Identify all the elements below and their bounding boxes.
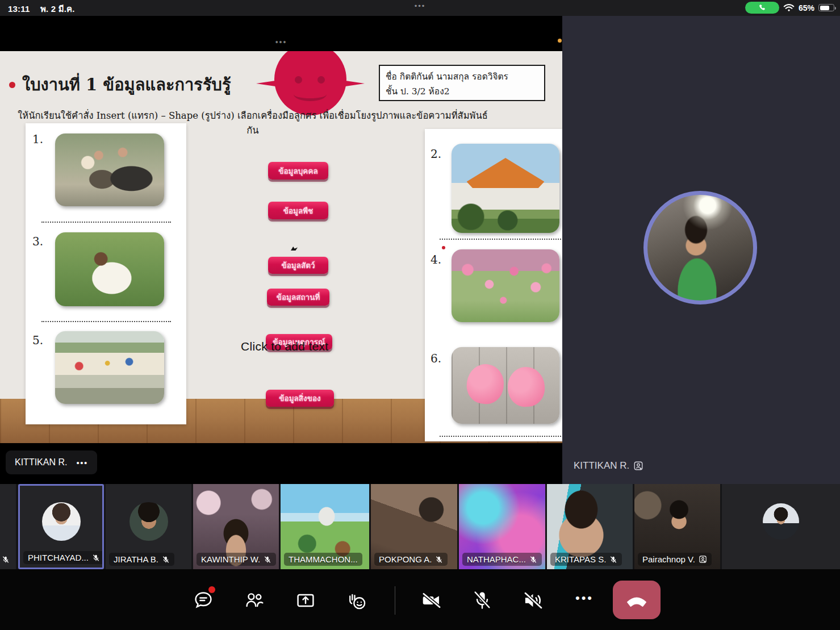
participant-tile[interactable]: KRITAPAS S. [547, 484, 633, 569]
participant-tile[interactable]: POKPONG A. [371, 484, 457, 569]
presenter-name: KITTIKAN R. [15, 457, 67, 468]
label-button-animal: ข้อมูลสัตว์ [268, 257, 328, 274]
participant-name: PHITCHAYAD... [28, 553, 89, 562]
smiley-eye [295, 76, 302, 84]
share-window-chrome: ••• [0, 16, 562, 51]
dotted-separator [41, 222, 171, 223]
worksheet-right-panel: 2. 4. 6. [425, 129, 562, 441]
participant-name: THAMMACHON... [289, 554, 358, 564]
participants-button[interactable] [241, 587, 268, 614]
toolbar-divider [395, 586, 395, 615]
active-speaker-panel: KITTIKAN R. [562, 16, 840, 484]
worksheet-slide: ใบงานที่ 1 ข้อมูลและการรับรู้ ชื่อ กิตติ… [0, 51, 562, 443]
window-handle[interactable]: ••• [0, 37, 562, 47]
camera-off-button[interactable] [419, 587, 445, 614]
participant-tile[interactable]: KAWINTHIP W. [193, 484, 279, 569]
wifi-icon [783, 3, 795, 12]
student-name-line: ชื่อ กิตติกันต์ นามสกุล รอดวิจิตร [386, 69, 538, 84]
dotted-separator [440, 436, 562, 437]
smiley-mouth [294, 87, 327, 101]
battery-percent: 65% [799, 3, 814, 12]
label-button-person: ข้อมูลบุคคล [268, 162, 328, 180]
cursor-mark [291, 247, 298, 251]
smiley-right-spike [345, 81, 365, 86]
mic-muted-icon [264, 556, 271, 564]
participant-tile[interactable]: Pairachnop V. [634, 484, 720, 569]
participant-name: KAWINTHIP W. [201, 554, 260, 564]
participant-tile[interactable]: PHITCHAYAD... [18, 484, 104, 569]
label-button-object: ข้อมูลสิ่งของ [266, 390, 334, 407]
text-placeholder: Click to add text [241, 340, 329, 353]
participant-tile[interactable]: THAMMACHON... [281, 484, 369, 569]
more-options-button[interactable]: ••• [571, 587, 597, 614]
mic-muted-icon [435, 556, 443, 564]
temple-roof [467, 158, 545, 188]
avatar [129, 502, 168, 541]
profile-badge-icon [633, 461, 643, 471]
title-bullet [9, 82, 15, 88]
family-photo [55, 133, 164, 206]
battery-icon [818, 4, 834, 11]
parade-photo [55, 331, 164, 404]
smiley-face-shape [274, 51, 346, 115]
participant-tile[interactable] [722, 484, 840, 569]
phone-icon [758, 4, 766, 11]
participant-name: KRITAPAS S. [555, 554, 606, 564]
participant-name: POKPONG A. [379, 554, 432, 564]
reactions-icon [345, 589, 368, 612]
chat-button[interactable] [190, 587, 216, 614]
mic-muted-icon [162, 556, 170, 564]
participant-name: NATHAPHAC... [467, 554, 526, 564]
multitask-handle[interactable]: ••• [0, 2, 840, 10]
participant-tile-partial[interactable] [0, 484, 16, 569]
hangup-button[interactable] [613, 581, 661, 619]
mic-off-button[interactable] [469, 587, 495, 614]
shared-screen-area: ••• ใบงานที่ 1 ข้อมูลและการรับรู้ ชื่อ ก… [0, 16, 562, 484]
pink-shoes-photo [452, 347, 559, 424]
mic-off-icon [471, 590, 493, 611]
mic-muted-icon [92, 554, 100, 562]
share-screen-button[interactable] [292, 587, 319, 614]
record-indicator-dot [558, 39, 562, 43]
dotted-separator [41, 321, 171, 322]
participant-tile[interactable]: NATHAPHAC... [459, 484, 545, 569]
mic-muted-icon [2, 556, 10, 564]
mic-muted-icon [529, 556, 537, 564]
item-number: 3. [32, 235, 43, 248]
student-name-box: ชื่อ กิตติกันต์ นามสกุล รอดวิจิตร ชั้น ป… [379, 65, 545, 101]
status-bar: 13:11 พ. 2 มี.ค. ••• 65% [0, 0, 840, 16]
label-button-place: ข้อมูลสถานที่ [267, 289, 329, 306]
zoom-meeting-screen: 13:11 พ. 2 มี.ค. ••• 65% ••• [0, 0, 840, 630]
mic-muted-icon [609, 556, 617, 564]
dog-photo [55, 232, 164, 306]
chat-notification-badge [208, 586, 215, 593]
profile-badge-icon [699, 555, 707, 564]
item-number: 6. [431, 352, 441, 365]
active-call-phone-icon[interactable] [745, 2, 779, 14]
participant-name: JIRATHA B. [114, 554, 158, 564]
share-screen-icon [295, 590, 316, 611]
camera-off-icon [420, 589, 443, 612]
pink-shoe [506, 366, 545, 408]
smiley-eye [317, 76, 325, 84]
hangup-icon [624, 590, 649, 610]
participant-tile[interactable]: JIRATHA B. [106, 484, 191, 569]
active-speaker-video[interactable] [643, 191, 757, 304]
dotted-separator [440, 239, 562, 240]
student-class-line: ชั้น ป. 3/2 ห้อง2 [386, 84, 538, 99]
active-speaker-name: KITTIKAN R. [574, 460, 629, 472]
item-number: 5. [32, 333, 43, 347]
presenter-options-button[interactable]: ••• [76, 458, 87, 468]
speaker-off-button[interactable] [520, 587, 546, 614]
avatar [42, 502, 81, 541]
flowers-photo [452, 249, 559, 322]
temple-photo [452, 144, 559, 233]
pink-shoe [464, 362, 506, 406]
item-number: 1. [32, 132, 43, 146]
small-red-dot [442, 246, 445, 249]
reactions-button[interactable] [344, 587, 370, 614]
presenter-name-pill[interactable]: KITTIKAN R. ••• [6, 450, 97, 474]
participant-name: Pairachnop V. [642, 554, 695, 564]
participant-strip: PHITCHAYAD... JIRATHA B. KAWINTHIP W. TH… [0, 484, 840, 569]
item-number: 2. [431, 147, 441, 161]
